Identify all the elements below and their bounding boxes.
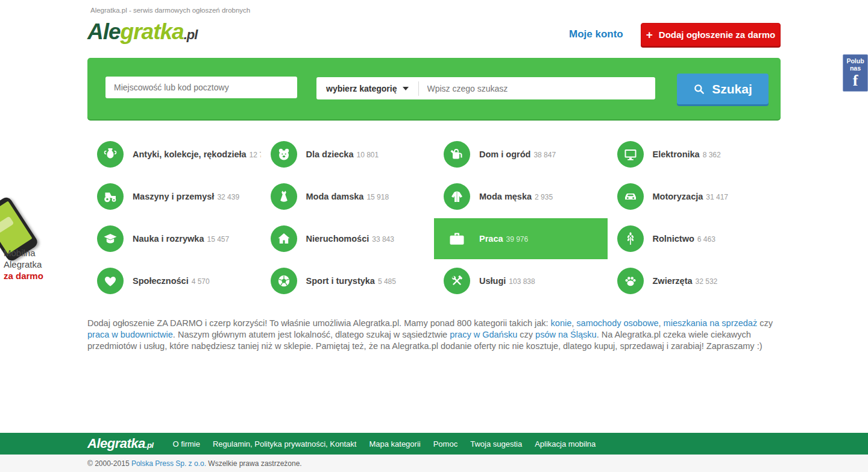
footer-link-regulamin[interactable]: Regulamin, Polityka prywatności, Kontakt	[213, 439, 356, 448]
category-motoryzacja[interactable]: Motoryzacja31 417	[608, 176, 781, 217]
link-mieszkania-na-sprzedaz[interactable]: mieszkania na sprzedaż	[664, 318, 758, 328]
jacket-icon	[444, 183, 470, 210]
briefcase-icon	[444, 225, 470, 252]
footer: Alegratka.pl O firmie Regulamin, Polityk…	[0, 433, 868, 455]
category-rolnictwo[interactable]: Rolnictwo6 463	[608, 218, 781, 259]
category-dom-i-ogrod[interactable]: Dom i ogród38 847	[434, 134, 608, 175]
seo-text: czy	[517, 330, 535, 339]
category-count: 15 457	[207, 235, 229, 244]
location-input[interactable]	[105, 77, 297, 98]
promo-line1: Mobilna	[4, 247, 43, 259]
category-maszyny[interactable]: Maszyny i przemysł32 439	[87, 176, 261, 217]
footer-logo[interactable]: Alegratka.pl	[87, 436, 153, 452]
car-icon	[617, 183, 644, 210]
link-konie[interactable]: konie	[551, 318, 572, 328]
category-name: Maszyny i przemysł	[133, 192, 214, 201]
footer-link-aplikacja-mobilna[interactable]: Aplikacja mobilna	[535, 439, 596, 448]
category-count: 6 463	[697, 235, 715, 244]
mobile-promo-text: Mobilna Alegratka za darmo	[4, 247, 43, 282]
company-link[interactable]: Polska Press Sp. z o.o.	[131, 459, 206, 468]
category-name: Społeczności	[133, 276, 189, 286]
legal-bar: © 2000-2015 Polska Press Sp. z o.o. Wsze…	[0, 455, 868, 472]
teddy-bear-icon	[271, 141, 297, 168]
plus-icon: +	[646, 29, 653, 40]
category-count: 12 794	[250, 151, 261, 159]
category-name: Praca	[479, 234, 503, 244]
category-sport[interactable]: Sport i turystyka5 485	[261, 260, 435, 301]
category-count: 10 801	[357, 151, 379, 159]
category-nauka[interactable]: Nauka i rozrywka15 457	[87, 218, 261, 259]
link-samochody-osobowe[interactable]: samochody osobowe	[576, 318, 658, 328]
footer-link-pomoc[interactable]: Pomoc	[433, 439, 458, 448]
seo-text: Dodaj ogłoszenie ZA DARMO i czerp korzyś…	[87, 318, 551, 328]
category-name: Sport i turystyka	[306, 276, 375, 286]
logo-part-pl: .pl	[184, 27, 198, 42]
search-combo: wybierz kategorię	[316, 77, 655, 99]
watering-can-icon	[444, 141, 470, 168]
footer-link-mapa-kategorii[interactable]: Mapa kategorii	[369, 439, 420, 448]
add-listing-button[interactable]: + Dodaj ogłoszenie za darmo	[641, 23, 781, 46]
site-logo[interactable]: Alegratka.pl	[87, 20, 197, 43]
footer-logo-text: Alegratka	[87, 436, 145, 451]
footer-link-twoja-sugestia[interactable]: Twoja sugestia	[470, 439, 522, 448]
link-psow-na-slasku[interactable]: psów na Śląsku	[535, 330, 597, 339]
promo-line3: za darmo	[4, 270, 43, 282]
category-spolecznosci[interactable]: Społeczności4 570	[87, 260, 261, 301]
category-count: 4 570	[192, 277, 210, 286]
category-praca[interactable]: Praca39 976	[434, 218, 608, 259]
category-count: 38 847	[533, 151, 556, 159]
search-button[interactable]: Szukaj	[677, 74, 769, 104]
soccer-ball-icon	[271, 268, 297, 294]
logo-part-gratka: gratka	[121, 19, 184, 44]
category-elektronika[interactable]: Elektronika8 362	[608, 134, 781, 175]
seo-text: ,	[659, 318, 664, 328]
category-count: 31 417	[706, 193, 728, 201]
category-antyki[interactable]: Antyki, kolekcje, rękodzieła12 794	[87, 134, 261, 175]
chevron-down-icon	[403, 87, 409, 90]
category-dropdown-label: wybierz kategorię	[326, 84, 397, 93]
wheat-icon	[617, 225, 644, 252]
house-icon	[271, 225, 297, 252]
category-name: Moda męska	[479, 192, 532, 201]
promo-line2: Alegratka	[4, 259, 43, 270]
facebook-badge-line1: Polub	[843, 57, 867, 65]
link-praca-w-budownictwie[interactable]: praca w budownictwie	[87, 330, 173, 339]
search-icon	[693, 83, 705, 95]
link-pracy-w-gdansku[interactable]: pracy w Gdańsku	[450, 330, 517, 339]
footer-link-o-firmie[interactable]: O firmie	[172, 439, 200, 448]
logo-part-ale: Ale	[87, 19, 121, 44]
footer-links: O firmie Regulamin, Polityka prywatności…	[172, 439, 596, 448]
my-account-link[interactable]: Moje konto	[569, 28, 623, 40]
category-zwierzeta[interactable]: Zwierzęta32 532	[608, 260, 781, 301]
search-button-label: Szukaj	[712, 82, 752, 96]
footer-logo-suffix: .pl	[145, 441, 154, 450]
category-moda-meska[interactable]: Moda męska2 935	[434, 176, 608, 217]
category-count: 32 439	[217, 193, 239, 201]
category-count: 2 935	[535, 193, 553, 201]
category-count: 15 918	[366, 193, 389, 201]
category-name: Nieruchomości	[306, 234, 370, 244]
category-nieruchomosci[interactable]: Nieruchomości33 843	[261, 218, 435, 259]
category-name: Elektronika	[653, 149, 700, 159]
category-name: Dom i ogród	[479, 149, 530, 159]
category-name: Rolnictwo	[653, 234, 694, 244]
tractor-icon	[97, 183, 124, 210]
seo-text: czy	[757, 318, 773, 328]
facebook-like-badge[interactable]: Polub nas f	[843, 54, 868, 92]
search-panel: wybierz kategorię Szukaj	[87, 58, 781, 119]
graduation-cap-icon	[97, 225, 124, 252]
search-query-input[interactable]	[419, 84, 656, 93]
copyright-text: © 2000-2015	[87, 459, 131, 468]
category-uslugi[interactable]: Usługi103 838	[434, 260, 608, 301]
phone-screen-bubble	[0, 216, 14, 233]
category-dla-dziecka[interactable]: Dla dziecka10 801	[261, 134, 435, 175]
category-count: 32 532	[696, 277, 718, 286]
rights-text: Wszelkie prawa zastrzeżone.	[206, 459, 302, 468]
category-count: 8 362	[703, 151, 721, 159]
site-tagline: Alegratka.pl - serwis darmowych ogłoszeń…	[90, 7, 250, 14]
category-name: Motoryzacja	[653, 192, 703, 201]
category-dropdown[interactable]: wybierz kategorię	[316, 77, 418, 99]
category-moda-damska[interactable]: Moda damska15 918	[261, 176, 435, 217]
category-count: 103 838	[509, 277, 535, 286]
category-name: Antyki, kolekcje, rękodzieła	[133, 149, 247, 159]
